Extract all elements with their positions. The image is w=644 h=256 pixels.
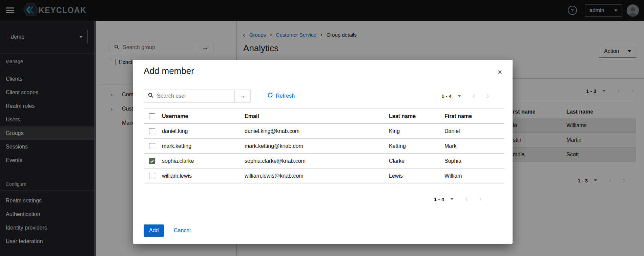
add-button[interactable]: Add <box>144 224 164 237</box>
cell-last-name: King <box>389 128 400 134</box>
cell-email: sophia.clarke@knab.com <box>245 158 306 164</box>
header-email: Email <box>245 113 259 119</box>
cell-first-name: Sophia <box>444 158 461 164</box>
user-search-input[interactable] <box>156 93 234 99</box>
add-member-modal: Add member ✕ → Refresh 1 - 4 <box>133 60 513 244</box>
row-checkbox[interactable] <box>149 158 155 164</box>
cell-last-name: Ketting <box>389 143 406 149</box>
table-row: william.lewis william.lewis@knab.com Lew… <box>144 169 504 183</box>
row-checkbox[interactable] <box>149 128 155 134</box>
modal-pagination-bottom: 1 - 4 ‹ › <box>434 195 482 203</box>
modal-title: Add member <box>144 66 194 76</box>
user-search: → <box>144 90 251 102</box>
table-row: mark.ketting mark.ketting@knab.com Ketti… <box>144 139 504 154</box>
keycloak-admin-screen: KEYCLOAK ? admin demo Manage Clients <box>0 0 644 256</box>
pagination-range: 1 - 4 <box>441 93 452 99</box>
row-checkbox[interactable] <box>149 143 155 149</box>
pagination-prev-icon[interactable]: ‹ <box>465 195 468 203</box>
cell-email: mark.ketting@knab.com <box>245 143 303 149</box>
pagination-options-icon[interactable] <box>450 198 454 200</box>
cell-first-name: Daniel <box>444 128 460 134</box>
select-all-checkbox[interactable] <box>149 113 155 119</box>
refresh-label: Refresh <box>276 93 295 99</box>
row-checkbox[interactable] <box>149 173 155 179</box>
header-last-name: Last name <box>389 113 416 119</box>
header-first-name: First name <box>444 113 472 119</box>
cell-first-name: William <box>444 173 462 179</box>
cell-first-name: Mark <box>444 143 457 149</box>
cell-email: william.lewis@knab.com <box>245 173 304 179</box>
cancel-button[interactable]: Cancel <box>172 227 193 234</box>
refresh-button[interactable]: Refresh <box>267 92 295 99</box>
cell-last-name: Clarke <box>389 158 404 164</box>
search-icon <box>148 93 153 99</box>
cell-email: daniel.king@knab.com <box>245 128 299 134</box>
cell-username: william.lewis <box>162 173 192 179</box>
users-table: Username Email Last name First name dani… <box>144 109 504 183</box>
pagination-prev-icon[interactable]: ‹ <box>473 92 475 100</box>
refresh-icon <box>267 92 273 99</box>
cell-username: daniel.king <box>162 128 188 134</box>
pagination-next-icon[interactable]: › <box>486 92 489 100</box>
modal-pagination-top: 1 - 4 ‹ › <box>441 92 489 100</box>
cell-username: mark.ketting <box>162 143 191 149</box>
cell-last-name: Lewis <box>389 173 403 179</box>
users-table-header: Username Email Last name First name <box>144 109 504 124</box>
toolbar-divider <box>257 91 257 101</box>
header-username: Username <box>162 113 188 119</box>
pagination-next-icon[interactable]: › <box>479 195 481 203</box>
close-icon[interactable]: ✕ <box>497 68 502 76</box>
pagination-range: 1 - 4 <box>434 196 444 202</box>
table-row: daniel.king daniel.king@knab.com King Da… <box>144 124 504 139</box>
pagination-options-icon[interactable] <box>458 95 461 97</box>
table-row: sophia.clarke sophia.clarke@knab.com Cla… <box>144 154 504 169</box>
cell-username: sophia.clarke <box>162 158 194 164</box>
user-search-submit-button[interactable]: → <box>234 90 250 102</box>
